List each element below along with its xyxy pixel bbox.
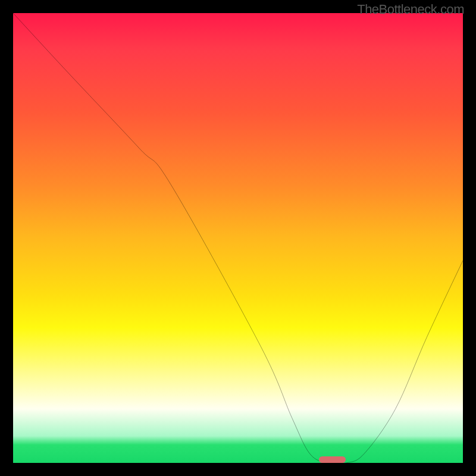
chart-plot-area — [13, 13, 463, 463]
optimal-marker — [319, 456, 346, 463]
watermark-text: TheBottleneck.com — [357, 2, 464, 17]
bottleneck-curve — [13, 13, 463, 463]
